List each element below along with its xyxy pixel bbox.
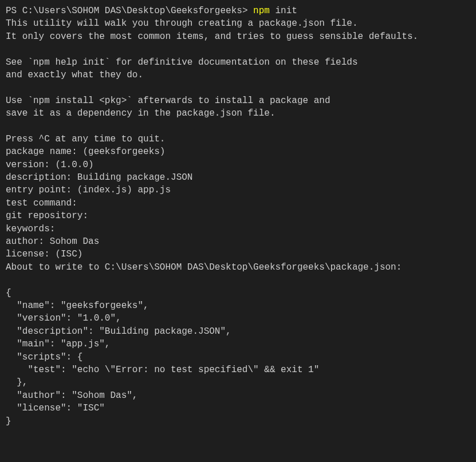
- prompt-path: C:\Users\SOHOM DAS\Desktop\Geeksforgeeks: [22, 6, 242, 16]
- command-arg: init: [276, 6, 297, 16]
- output-line-26: "scripts": {: [6, 352, 82, 362]
- output-line-3: See `npm help init` for definitive docum…: [6, 57, 358, 68]
- output-line-25: "main": "app.js",: [6, 339, 110, 349]
- output-line-31: }: [6, 416, 11, 427]
- output-line-4: and exactly what they do.: [6, 70, 143, 80]
- output-line-27: "test": "echo \"Error: no test specified…: [6, 365, 319, 375]
- prompt-prefix: PS: [6, 6, 22, 16]
- output-line-18: license: (ISC): [6, 249, 82, 259]
- output-line-6: Use `npm install <pkg>` afterwards to in…: [6, 96, 331, 106]
- output-line-19: About to write to C:\Users\SOHOM DAS\Des…: [6, 262, 402, 273]
- output-line-24: "description": "Building package.JSON",: [6, 326, 231, 337]
- output-line-7: save it as a dependency in the package.j…: [6, 108, 275, 119]
- output-line-12: description: Building package.JSON: [6, 172, 192, 183]
- output-line-9: Press ^C at any time to quit.: [6, 134, 165, 144]
- output-line-28: },: [6, 377, 27, 388]
- output-line-0: This utility will walk you through creat…: [6, 18, 358, 29]
- output-line-23: "version": "1.0.0",: [6, 313, 121, 323]
- output-line-11: version: (1.0.0): [6, 160, 94, 170]
- output-line-29: "author": "Sohom Das",: [6, 390, 137, 401]
- output-line-13: entry point: (index.js) app.js: [6, 185, 171, 195]
- output-line-21: {: [6, 288, 11, 298]
- output-line-30: "license": "ISC": [6, 403, 105, 413]
- prompt-suffix: >: [242, 6, 248, 16]
- output-line-1: It only covers the most common items, an…: [6, 31, 418, 42]
- output-line-22: "name": "geeksforgeeks",: [6, 301, 149, 311]
- command-name: npm: [253, 6, 270, 16]
- output-line-14: test command:: [6, 198, 77, 208]
- output-line-15: git repository:: [6, 211, 88, 221]
- output-line-10: package name: (geeksforgeeks): [6, 147, 165, 157]
- output-line-16: keywords:: [6, 224, 55, 234]
- output-line-17: author: Sohom Das: [6, 236, 99, 247]
